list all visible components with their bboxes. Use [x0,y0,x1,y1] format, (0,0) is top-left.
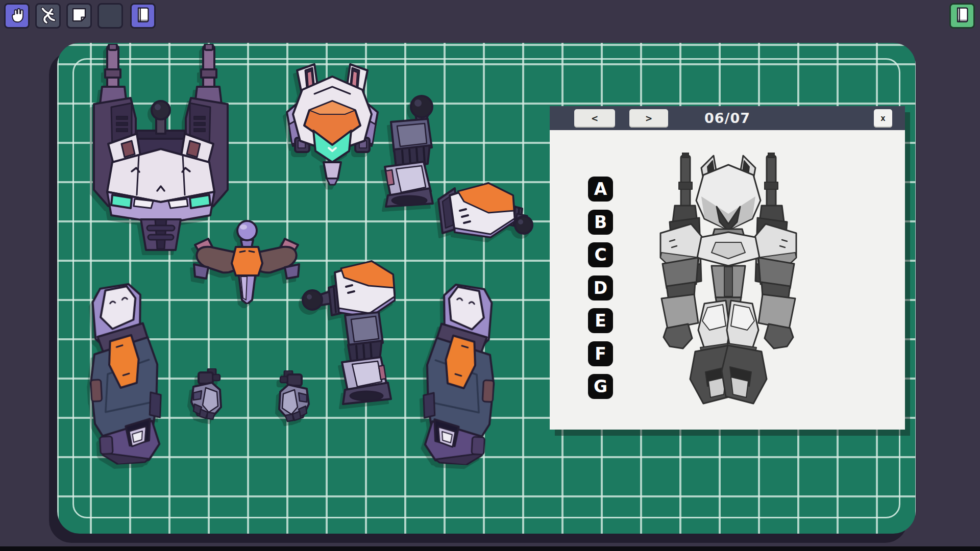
cutters-tool-button[interactable] [35,3,61,29]
assembled-mech-reference-image [654,153,802,414]
reference-book-tool-button[interactable] [130,3,156,29]
part-label-badge-g: G [588,374,613,399]
part-label-column: A B C D E F G [588,177,613,407]
album-book-icon [953,6,971,26]
part-right-leg[interactable] [417,282,511,467]
part-left-leg[interactable] [74,282,167,466]
reference-panel-body: A B C D E F G [550,130,905,430]
hand-tool-button[interactable] [4,3,30,29]
page-indicator: 06/07 [550,106,905,130]
part-label-badge-d: D [588,276,613,300]
cutters-icon [39,6,57,26]
part-right-shoulder-pod[interactable] [436,180,533,244]
part-right-forearm[interactable] [378,94,438,208]
part-helmet[interactable] [285,63,380,186]
close-panel-button[interactable]: x [874,109,892,128]
part-left-fist[interactable] [187,368,225,422]
sticky-note-tool-button[interactable] [66,3,92,29]
toolbar [0,0,980,32]
reference-panel-header: < > 06/07 x [550,106,905,130]
book-icon [134,6,152,26]
album-book-button[interactable] [949,3,975,29]
part-label-badge-b: B [588,210,613,235]
part-pelvis[interactable] [190,219,303,304]
part-label-badge-c: C [588,242,613,267]
part-right-fist[interactable] [275,370,313,424]
part-label-badge-e: E [588,308,613,333]
bottom-strip [0,546,980,551]
part-label-badge-f: F [588,341,613,366]
sticky-note-icon [70,6,88,26]
part-label-badge-a: A [588,177,613,202]
reference-panel: < > 06/07 x A B C D E F G [550,106,905,430]
hand-icon [8,6,26,26]
part-left-arm-with-shoulder-pod[interactable] [301,255,396,408]
blank-tool-button[interactable] [97,3,123,29]
